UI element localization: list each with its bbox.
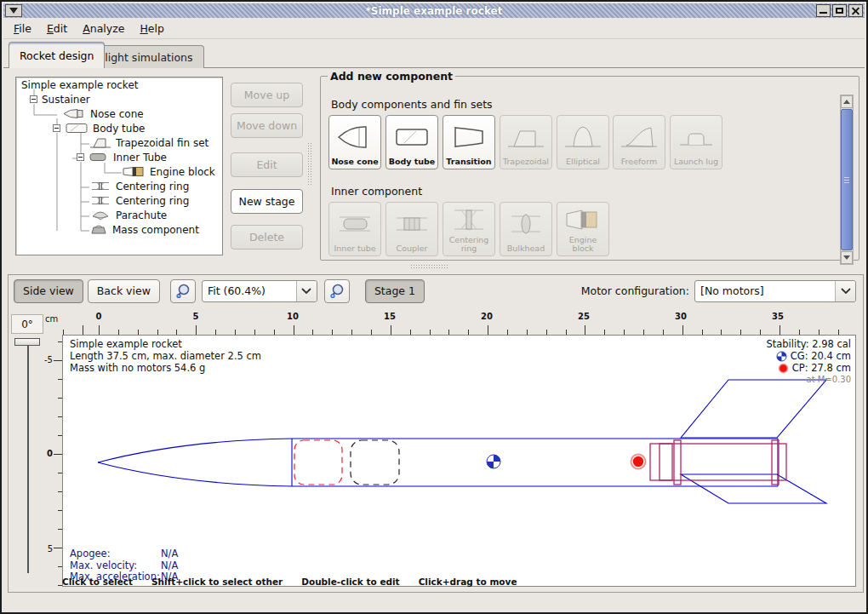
add-elliptical-fin-button[interactable]: Elliptical: [557, 115, 609, 169]
add-engine-block-button[interactable]: Engine block: [557, 202, 609, 256]
add-transition-button[interactable]: Transition: [443, 115, 495, 169]
trapezoidal-fin-icon: [506, 116, 545, 158]
add-launch-lug-button[interactable]: Launch lug: [670, 115, 722, 169]
tab-flight-simulations[interactable]: Flight simulations: [88, 45, 204, 68]
tree-item-rocket[interactable]: Simple example rocket: [16, 77, 222, 92]
tree-item-sustainer[interactable]: Sustainer: [16, 92, 222, 106]
magnifier-plus-icon: [329, 284, 345, 299]
tree-item-inner-tube[interactable]: Inner Tube: [16, 150, 222, 164]
zoom-level-combobox[interactable]: Fit (60.4%): [202, 280, 317, 302]
move-down-button[interactable]: Move down: [231, 113, 303, 138]
vertical-ruler: -5 0 5: [45, 335, 62, 587]
minimize-button[interactable]: [816, 4, 831, 17]
chevron-down-icon[interactable]: [296, 281, 317, 301]
rocket-figure-canvas[interactable]: Simple example rocket Length 37.5 cm, ma…: [62, 335, 856, 587]
ruler-unit-label: cm: [45, 311, 62, 335]
zoom-level-value: Fit (60.4%): [203, 284, 296, 297]
add-bulkhead-button[interactable]: Bulkhead: [500, 202, 552, 256]
mass-component-icon: [89, 224, 108, 235]
add-centering-ring-button[interactable]: Centering ring: [443, 202, 495, 256]
add-freeform-fin-button[interactable]: Freeform: [613, 115, 665, 169]
tree-item-nose-cone[interactable]: Nose cone: [16, 106, 222, 121]
elliptical-fin-icon: [563, 116, 602, 158]
delete-button[interactable]: Delete: [231, 225, 303, 250]
menu-analyze[interactable]: Analyze: [83, 22, 124, 35]
scroll-up-icon[interactable]: [841, 95, 853, 108]
component-panel-scrollbar[interactable]: [840, 95, 854, 265]
cg-value: CG: 20.4 cm: [791, 350, 851, 362]
scrollbar-thumb[interactable]: [841, 109, 853, 250]
tree-item-parachute[interactable]: Parachute: [16, 208, 222, 222]
horizontal-splitter-handle[interactable]: [410, 264, 448, 270]
add-inner-tube-button[interactable]: Inner tube: [328, 202, 381, 256]
window-title: *Simple example rocket: [3, 5, 865, 17]
close-button[interactable]: [848, 4, 863, 17]
tab-bar: Flight simulations Rocket design: [3, 39, 865, 68]
rotation-angle-field[interactable]: 0°: [11, 314, 43, 334]
coupler-icon: [392, 203, 431, 244]
menu-edit[interactable]: Edit: [47, 22, 67, 35]
stability-block: Stability: 2.98 cal CG: 20.4 cm CP: 27.8…: [766, 338, 851, 386]
interaction-hints: Click to select Shift+click to select ot…: [9, 577, 863, 590]
tree-item-centering-ring-1[interactable]: Centering ring: [16, 179, 222, 193]
edit-button[interactable]: Edit: [231, 152, 303, 177]
cp-icon: [778, 363, 789, 374]
transition-icon: [449, 116, 488, 158]
tree-item-body-tube[interactable]: Body tube: [16, 121, 222, 135]
centering-ring-icon: [449, 203, 488, 236]
menu-file[interactable]: File: [14, 22, 31, 35]
component-tree[interactable]: Simple example rocket Sustainer Nose con…: [15, 77, 223, 255]
rocket-info-block: Simple example rocket Length 37.5 cm, ma…: [70, 338, 261, 374]
rotation-slider-thumb[interactable]: [14, 338, 40, 346]
freeform-fin-icon: [620, 116, 659, 158]
body-tube-icon: [65, 123, 89, 134]
menu-bar: File Edit Analyze Help: [3, 18, 865, 39]
move-up-button[interactable]: Move up: [231, 83, 303, 107]
cp-value: CP: 27.8 cm: [792, 362, 851, 374]
body-components-label: Body components and fin sets: [331, 98, 493, 111]
centering-ring-icon: [89, 181, 111, 192]
tree-item-trapezoidal-fin-set[interactable]: Trapezoidal fin set: [16, 135, 222, 150]
engine-block-icon: [563, 203, 602, 236]
apogee-value: N/A: [161, 548, 178, 560]
tree-item-engine-block[interactable]: Engine block: [16, 164, 222, 179]
motor-configuration-label: Motor configuration:: [581, 284, 689, 297]
collapse-icon[interactable]: [53, 124, 60, 132]
zoom-out-button[interactable]: [170, 279, 196, 303]
zoom-in-button[interactable]: [324, 279, 350, 303]
add-trapezoidal-fin-button[interactable]: Trapezoidal: [500, 115, 552, 169]
motor-configuration-value: [No motors]: [695, 284, 835, 297]
add-new-component-group: Add new component Body components and fi…: [320, 70, 859, 261]
new-stage-button[interactable]: New stage: [231, 189, 303, 214]
add-nose-cone-button[interactable]: Nose cone: [328, 115, 381, 169]
motor-configuration-combobox[interactable]: [No motors]: [694, 280, 856, 302]
engine-block-icon: [122, 166, 146, 177]
group-title: Add new component: [328, 70, 455, 83]
nose-cone-icon: [62, 108, 86, 119]
scroll-down-icon[interactable]: [841, 251, 853, 264]
application-window: *Simple example rocket File Edit Analyze…: [0, 0, 868, 614]
stage-1-toggle[interactable]: Stage 1: [365, 279, 425, 303]
add-coupler-button[interactable]: Coupler: [385, 202, 438, 256]
rocket-design-panel: Simple example rocket Sustainer Nose con…: [3, 68, 865, 273]
inner-tube-icon: [335, 203, 374, 244]
parachute-icon: [89, 209, 111, 221]
rotation-slider[interactable]: [11, 336, 43, 577]
cg-marker: [487, 455, 500, 468]
collapse-icon[interactable]: [30, 95, 37, 103]
inner-component-label: Inner component: [331, 185, 422, 198]
vertical-splitter-handle[interactable]: [307, 142, 312, 185]
tab-rocket-design[interactable]: Rocket design: [9, 42, 105, 68]
tree-item-centering-ring-2[interactable]: Centering ring: [16, 193, 222, 208]
title-bar[interactable]: *Simple example rocket: [3, 3, 865, 18]
back-view-button[interactable]: Back view: [88, 279, 160, 303]
side-view-button[interactable]: Side view: [14, 279, 83, 303]
add-body-tube-button[interactable]: Body tube: [385, 115, 438, 169]
maximize-button[interactable]: [832, 4, 847, 17]
launch-lug-icon: [677, 116, 716, 158]
menu-help[interactable]: Help: [140, 22, 164, 35]
chevron-down-icon[interactable]: [835, 281, 855, 301]
nose-cone-icon: [335, 116, 374, 158]
collapse-icon[interactable]: [77, 153, 84, 161]
tree-item-mass-component[interactable]: Mass component: [16, 222, 222, 237]
